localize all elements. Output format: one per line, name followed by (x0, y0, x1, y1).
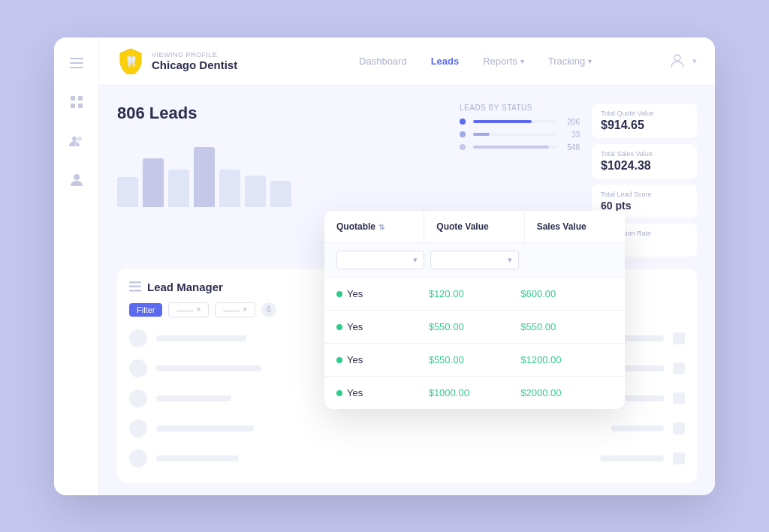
brand: 🦷 Viewing Profile Chicago Dentist (117, 47, 237, 74)
table-row (129, 446, 685, 470)
user-account-icon[interactable] (668, 52, 686, 70)
filter-chip-active[interactable]: Filter (129, 303, 162, 317)
svg-rect-14 (129, 290, 141, 292)
quote-value-filter-chevron-icon: ▾ (508, 255, 512, 265)
chart-bar-6 (245, 176, 266, 207)
popup-row-3-quotable: Yes (336, 354, 429, 365)
kpi-value-3: 60 pts (601, 200, 688, 212)
popup-row-1-quote-value: $120.00 (429, 288, 521, 299)
status-bar-bg-2 (473, 133, 557, 136)
status-dot-2 (460, 131, 466, 137)
chart-bar-3 (168, 170, 189, 207)
ghost-avatar (129, 329, 147, 347)
filter-remove-1-icon[interactable]: × (196, 305, 201, 314)
yes-dot-2 (336, 324, 342, 330)
chart-bar-5 (219, 170, 240, 207)
lead-manager-title: Lead Manager (147, 281, 223, 293)
popup-row-2: Yes $550.00 $550.00 (324, 311, 625, 344)
kpi-card-2: Total Sales Value $1024.38 (592, 144, 697, 179)
dashboard-icon[interactable] (66, 92, 87, 113)
kpi-label-2: Total Sales Value (601, 150, 688, 158)
leads-chart-area: 806 Leads (117, 104, 448, 207)
brand-text: Viewing Profile Chicago Dentist (152, 51, 237, 71)
col-header-quote-value: Quote Value (424, 211, 524, 242)
status-bar-fill-1 (473, 120, 532, 123)
main-window: 🦷 Viewing Profile Chicago Dentist Dashbo… (54, 38, 715, 495)
page-number[interactable]: 6 (261, 302, 276, 317)
yes-dot-1 (336, 291, 342, 297)
ghost-name-line (156, 365, 261, 371)
nav-dashboard[interactable]: Dashboard (359, 56, 407, 67)
nav-reports[interactable]: Reports ▾ (483, 56, 524, 67)
ghost-avatar (129, 389, 147, 407)
filter-chip-2[interactable]: —— × (215, 302, 255, 317)
popup-row-1: Yes $120.00 $600.00 (324, 278, 625, 311)
popup-row-4: Yes $1000.00 $2000.00 (324, 377, 625, 409)
kpi-value-1: $914.65 (601, 119, 688, 132)
kpi-label-3: Total Lead Score (601, 191, 688, 198)
sidebar (54, 38, 99, 495)
status-num-2: 33 (562, 131, 580, 139)
sales-value-filter-empty (525, 251, 613, 269)
svg-text:🦷: 🦷 (125, 56, 138, 68)
brand-name: Chicago Dentist (152, 59, 237, 71)
leads-chart (117, 132, 448, 207)
user-icon[interactable] (66, 170, 87, 191)
ghost-name-line (156, 335, 246, 341)
svg-point-7 (72, 137, 77, 141)
col-header-quotable: Quotable ⇅ (324, 211, 424, 242)
ghost-checkbox (673, 422, 685, 434)
svg-rect-5 (71, 104, 75, 108)
popup-row-1-sales-value: $600.00 (520, 288, 613, 299)
yes-dot-3 (336, 357, 342, 363)
filter-chip-1[interactable]: —— × (168, 302, 209, 317)
leads-by-status: Leads by Status 206 33 (460, 104, 580, 156)
chart-bar-1 (117, 177, 138, 207)
popup-filter-row: ▾ ▾ (324, 243, 625, 278)
leads-count-title: 806 Leads (117, 104, 448, 123)
popup-table: Quotable ⇅ Quote Value Sales Value ▾ ▾ (324, 211, 625, 409)
ghost-value-line (619, 365, 664, 371)
filter-remove-2-icon[interactable]: × (243, 305, 247, 314)
ghost-checkbox (673, 332, 685, 344)
status-label: Leads by Status (460, 104, 580, 112)
topbar-right: ▾ (668, 52, 697, 70)
chart-bar-4 (194, 147, 215, 207)
popup-row-2-sales-value: $550.00 (520, 321, 613, 332)
quotable-filter-select[interactable]: ▾ (336, 251, 424, 269)
status-bar-bg-3 (473, 146, 557, 149)
nav-leads[interactable]: Leads (431, 56, 460, 67)
status-item-1: 206 (460, 118, 580, 126)
status-num-3: 548 (562, 143, 580, 152)
col-sales-value-label: Sales Value (537, 221, 587, 232)
status-bar-fill-2 (473, 133, 490, 136)
svg-point-8 (77, 137, 82, 141)
ghost-checkbox (673, 452, 685, 464)
team-icon[interactable] (66, 131, 87, 152)
col-quote-value-label: Quote Value (436, 221, 488, 232)
ghost-checkbox (673, 362, 685, 374)
popup-row-4-quote-value: $1000.00 (429, 387, 521, 398)
kpi-label-1: Total Quote Value (601, 110, 688, 117)
svg-rect-6 (78, 104, 83, 108)
col-header-sales-value: Sales Value (525, 211, 625, 242)
sort-quotable-icon[interactable]: ⇅ (378, 223, 384, 231)
nav-tracking[interactable]: Tracking ▾ (548, 56, 592, 67)
status-item-2: 33 (460, 131, 580, 139)
svg-rect-0 (70, 58, 83, 59)
status-dot-3 (460, 144, 466, 150)
status-dot-1 (460, 119, 466, 125)
status-bar-bg-1 (473, 120, 557, 123)
quote-value-filter-select[interactable]: ▾ (430, 251, 518, 269)
svg-rect-12 (129, 281, 141, 284)
svg-rect-1 (70, 62, 83, 64)
ghost-avatar (129, 419, 147, 437)
popup-row-3-quote-value: $550.00 (429, 354, 521, 365)
svg-rect-4 (78, 96, 83, 101)
ghost-avatar (129, 449, 147, 467)
reports-chevron-icon: ▾ (520, 57, 524, 65)
viewing-label: Viewing Profile (152, 51, 237, 59)
menu-icon[interactable] (66, 53, 87, 74)
svg-point-9 (74, 174, 80, 180)
chart-bar-2 (143, 158, 164, 207)
